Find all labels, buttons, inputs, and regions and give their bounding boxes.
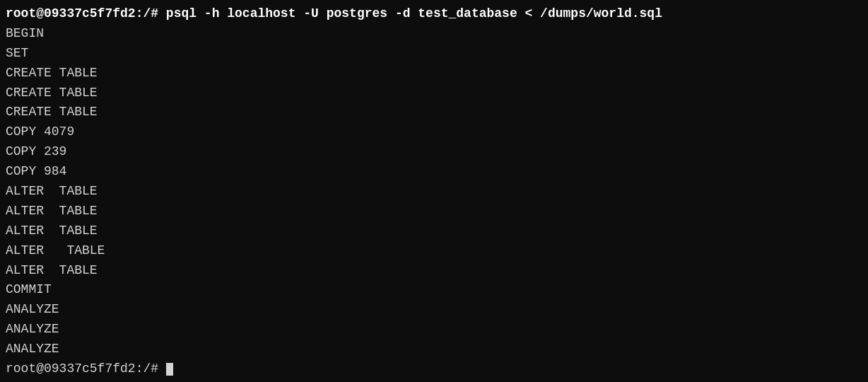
terminal-line: ALTER TABLE [6, 221, 862, 241]
terminal-line: ALTER TABLE [6, 182, 862, 202]
terminal-line: root@09337c5f7fd2:/# psql -h localhost -… [6, 4, 862, 24]
terminal-line: ANALYZE [6, 340, 862, 359]
terminal-cursor [166, 363, 173, 376]
prompt-text: root@09337c5f7fd2:/# [6, 361, 166, 376]
terminal-line: BEGIN [6, 24, 862, 44]
terminal-prompt[interactable]: root@09337c5f7fd2:/# [6, 359, 862, 379]
terminal-line: CREATE TABLE [6, 83, 862, 103]
terminal-line: ALTER TABLE [6, 202, 862, 221]
terminal-line: ALTER TABLE [6, 261, 862, 281]
terminal-line: COPY 4079 [6, 122, 862, 142]
terminal-line: ALTER TABLE [6, 241, 862, 261]
terminal-line: CREATE TABLE [6, 103, 862, 122]
terminal-line: SET [6, 44, 862, 64]
terminal-line: COPY 239 [6, 142, 862, 162]
terminal-line: COPY 984 [6, 162, 862, 182]
terminal-line: COMMIT [6, 280, 862, 300]
terminal-line: ANALYZE [6, 320, 862, 340]
terminal-window[interactable]: root@09337c5f7fd2:/# psql -h localhost -… [6, 4, 862, 378]
terminal-line: CREATE TABLE [6, 64, 862, 83]
terminal-line: ANALYZE [6, 300, 862, 320]
